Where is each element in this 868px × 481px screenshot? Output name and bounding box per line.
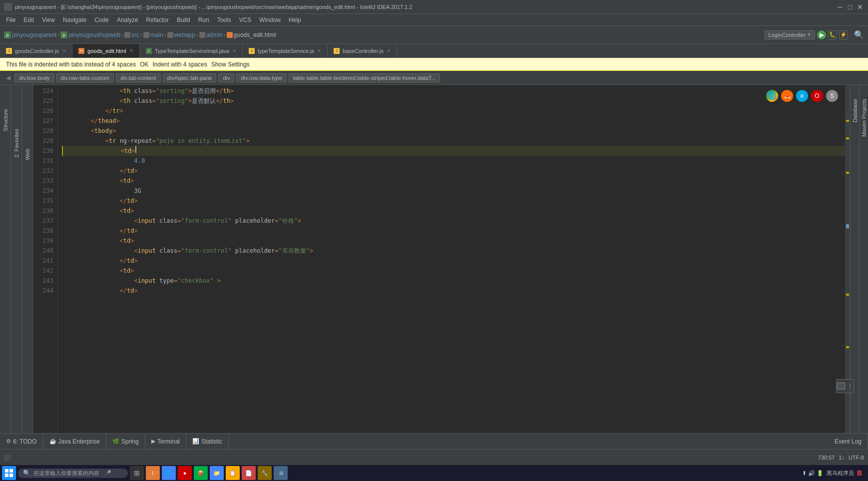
menu-tools[interactable]: Tools [213, 15, 235, 24]
bottom-tab-eventlog[interactable]: Event Log [829, 434, 868, 449]
tab-icon-java: J [146, 48, 152, 54]
taskbar-app5[interactable]: 📄 [242, 466, 256, 480]
menu-help[interactable]: Help [285, 15, 305, 24]
menu-vcs[interactable]: VCS [235, 15, 256, 24]
chrome-icon[interactable]: 🌐 [766, 90, 778, 102]
menu-navigate[interactable]: Navigate [59, 15, 90, 24]
search-everywhere-icon[interactable]: 🔍 [854, 30, 864, 39]
breadcrumb-file[interactable]: goods_edit.html [234, 31, 276, 38]
debug-button[interactable]: 🐛 [828, 30, 837, 39]
taskbar-app1[interactable]: ● [178, 466, 192, 480]
path-tag-0[interactable]: div.box-body [14, 73, 54, 82]
breadcrumb-webapp[interactable]: webapp [174, 31, 195, 38]
scroll-marker-3 [846, 172, 849, 174]
taskbar-app7[interactable]: 🖥 [274, 466, 288, 480]
menu-window[interactable]: Window [255, 15, 285, 24]
taskbar-app4[interactable]: 📋 [226, 466, 240, 480]
title-bar-controls: ─ □ ✕ [836, 3, 864, 11]
structure-label[interactable]: Structure [1, 105, 10, 135]
line-numbers: 224 225 226 227 228 229 230 231 232 233 … [33, 85, 58, 433]
line-num-230: 230 [33, 146, 53, 156]
maximize-button[interactable]: □ [846, 3, 854, 11]
coverage-button[interactable]: ⚡ [839, 30, 848, 39]
code-line-238: </td> [62, 226, 846, 236]
breadcrumb-src[interactable]: src [131, 31, 139, 38]
path-tag-1[interactable]: div.nav-tabs-custom [56, 73, 114, 82]
scroll-marker-1 [846, 120, 849, 122]
title-bar-left: pinyougouparent - [E:\shanghai34\pinyoug… [4, 3, 413, 11]
menu-edit[interactable]: Edit [19, 15, 38, 24]
run-config-selector[interactable]: LoginController ▼ [765, 30, 815, 39]
tab-close-typetemplateservice[interactable]: ✕ [317, 48, 321, 53]
scroll-thumb[interactable] [846, 224, 849, 228]
tab-close-goodscontroller[interactable]: ✕ [62, 48, 66, 53]
title-bar: pinyougouparent - [E:\shanghai34\pinyoug… [0, 0, 868, 14]
tab-close-typetemplate[interactable]: ✕ [232, 48, 236, 53]
code-line-230: <td> [62, 146, 846, 156]
notification-ok[interactable]: OK [140, 61, 148, 68]
tab-typetemplateservice[interactable]: J typeTemplateService.js ✕ [243, 44, 328, 57]
structure-sidebar: Structure [0, 85, 11, 433]
path-tag-2[interactable]: div.tab-content [116, 73, 160, 82]
safari-icon[interactable]: S [826, 90, 838, 102]
bottom-tab-statistic[interactable]: 📊 Statistic [186, 434, 229, 449]
taskbar-app3[interactable]: 📁 [210, 466, 224, 480]
text-cursor [135, 146, 136, 153]
code-line-241: </td> [62, 256, 846, 266]
menu-view[interactable]: View [38, 15, 59, 24]
menu-file[interactable]: File [2, 15, 19, 24]
database-label[interactable]: Database [851, 95, 860, 126]
tab-goodsedit[interactable]: H goods_edit.html ✕ [72, 44, 140, 57]
menu-build[interactable]: Build [173, 15, 194, 24]
favorites-label[interactable]: 2: Favorites [12, 125, 21, 161]
path-tag-4[interactable]: div [218, 73, 234, 82]
minimize-button[interactable]: ─ [836, 3, 844, 11]
taskbar-chrome[interactable]: 🌐 [162, 466, 176, 480]
code-line-226: </tr> [62, 106, 846, 116]
firefox-icon[interactable]: 🦊 [781, 90, 793, 102]
taskview-button[interactable]: ⊞ [130, 466, 144, 480]
tab-label-basecontroller: baseController.js [343, 48, 384, 54]
taskbar-search[interactable]: 🔍 在这里输入你要搜索的内容 🎤 [18, 469, 128, 478]
web-label[interactable]: Web [23, 145, 32, 164]
breadcrumb-admin[interactable]: admin [206, 31, 223, 38]
breadcrumb-main[interactable]: main [150, 31, 163, 38]
menu-code[interactable]: Code [90, 15, 113, 24]
bottom-tab-jee[interactable]: ☕ Java Enterprise [43, 434, 106, 449]
taskbar-intellij[interactable]: I [146, 466, 160, 480]
path-tag-5[interactable]: div.row.data-type [236, 73, 286, 82]
windows-start[interactable] [2, 466, 16, 480]
menu-refactor[interactable]: Refactor [142, 15, 173, 24]
tab-basecontroller[interactable]: J baseController.js ✕ [328, 44, 397, 57]
tab-close-goodsedit[interactable]: ✕ [129, 48, 133, 53]
maven-label[interactable]: Maven Projects [860, 95, 868, 141]
mini-popup[interactable]: ⋮ [836, 379, 854, 393]
status-position: 730:57 [818, 455, 835, 461]
menu-analyze[interactable]: Analyze [113, 15, 142, 24]
code-content[interactable]: <th class="sorting">是否启用</th> <th class=… [58, 85, 850, 433]
tab-typetemplate[interactable]: J TypeTemplateServiceImpl.java ✕ [140, 44, 243, 57]
tab-goodscontroller[interactable]: J goodsController.js ✕ [0, 44, 72, 57]
breadcrumb-root[interactable]: pinyougouparent [12, 31, 56, 38]
taskbar-app2[interactable]: 📦 [194, 466, 208, 480]
bottom-tab-spring[interactable]: 🌿 Spring [106, 434, 145, 449]
path-tag-6[interactable]: table.table.table-bordered.table-striped… [289, 73, 440, 82]
breadcrumb-module[interactable]: pinyougoushopweb [68, 31, 120, 38]
bottom-tab-todo[interactable]: ⚙ 6: TODO [0, 434, 43, 449]
popup-dots: ⋮ [847, 383, 853, 390]
bottom-tab-terminal[interactable]: ▶ Terminal [145, 434, 186, 449]
code-editor[interactable]: 224 225 226 227 228 229 230 231 232 233 … [33, 85, 850, 433]
menu-bar: File Edit View Navigate Code Analyze Ref… [0, 14, 868, 26]
tab-close-basecontroller[interactable]: ✕ [387, 48, 391, 53]
taskbar-app6[interactable]: 🔧 [258, 466, 272, 480]
path-nav-back[interactable]: ◀ [4, 74, 12, 81]
opera-icon[interactable]: O [811, 90, 823, 102]
path-tag-3[interactable]: div#spec.tab-pane [163, 73, 217, 82]
notification-settings[interactable]: Show Settings [211, 61, 250, 68]
ie-icon[interactable]: e [796, 90, 808, 102]
svg-rect-2 [5, 474, 8, 477]
notification-indent[interactable]: Indent with 4 spaces [153, 61, 207, 68]
close-button[interactable]: ✕ [856, 3, 864, 11]
menu-run[interactable]: Run [194, 15, 213, 24]
run-button[interactable]: ▶ [817, 30, 826, 39]
